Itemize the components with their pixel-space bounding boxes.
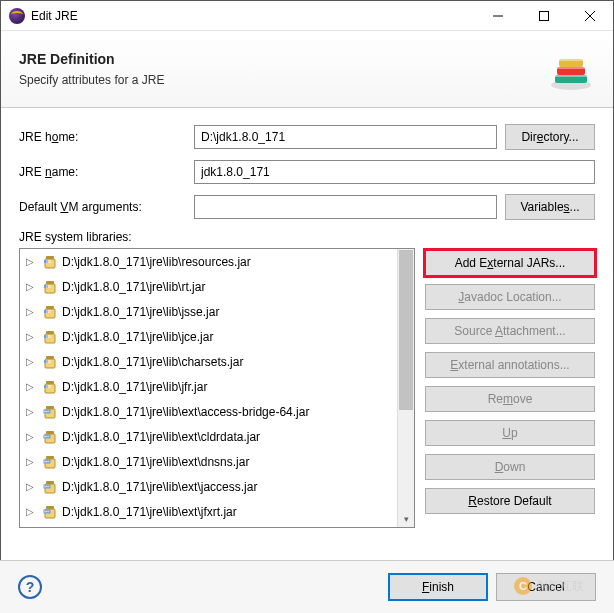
default-vm-input[interactable]: [194, 195, 497, 219]
expand-icon[interactable]: ▷: [26, 506, 38, 517]
directory-button[interactable]: Directory...: [505, 124, 595, 150]
tree-item[interactable]: ▷010D:\jdk1.8.0_171\jre\lib\jsse.jar: [20, 299, 397, 324]
expand-icon[interactable]: ▷: [26, 456, 38, 467]
header-title: JRE Definition: [19, 51, 547, 67]
dialog-header: JRE Definition Specify attributes for a …: [1, 31, 613, 108]
svg-text:010: 010: [46, 334, 51, 338]
up-button[interactable]: Up: [425, 420, 595, 446]
tree-item-label: D:\jdk1.8.0_171\jre\lib\rt.jar: [62, 280, 205, 294]
tree-item[interactable]: ▷010D:\jdk1.8.0_171\jre\lib\ext\dnsns.ja…: [20, 449, 397, 474]
add-external-jars-button[interactable]: Add External JARs...: [425, 250, 595, 276]
system-libraries-label: JRE system libraries:: [19, 230, 595, 244]
jar-icon: 010: [42, 304, 58, 320]
jar-icon: 010: [42, 254, 58, 270]
tree-item-label: D:\jdk1.8.0_171\jre\lib\jce.jar: [62, 330, 213, 344]
external-annotations-button[interactable]: External annotations...: [425, 352, 595, 378]
form-area: JRE home: Directory... JRE name: Default…: [1, 108, 613, 536]
expand-icon[interactable]: ▷: [26, 381, 38, 392]
jar-icon: 010: [42, 479, 58, 495]
finish-button[interactable]: Finish: [388, 573, 488, 601]
scrollbar-thumb[interactable]: [399, 250, 413, 410]
expand-icon[interactable]: ▷: [26, 481, 38, 492]
cancel-button[interactable]: Cancel: [496, 573, 596, 601]
source-attachment-button[interactable]: Source Attachment...: [425, 318, 595, 344]
tree-item[interactable]: ▷010D:\jdk1.8.0_171\jre\lib\ext\localeda…: [20, 524, 397, 527]
tree-item[interactable]: ▷010D:\jdk1.8.0_171\jre\lib\ext\jaccess.…: [20, 474, 397, 499]
jre-home-input[interactable]: [194, 125, 497, 149]
svg-text:010: 010: [45, 459, 50, 463]
jar-icon: 010: [42, 379, 58, 395]
jar-icon: 010: [42, 404, 58, 420]
default-vm-label: Default VM arguments:: [19, 200, 194, 214]
svg-rect-7: [559, 59, 583, 61]
tree-item-label: D:\jdk1.8.0_171\jre\lib\resources.jar: [62, 255, 251, 269]
tree-item-label: D:\jdk1.8.0_171\jre\lib\ext\jaccess.jar: [62, 480, 257, 494]
close-button[interactable]: [567, 1, 613, 31]
tree-item[interactable]: ▷010D:\jdk1.8.0_171\jre\lib\jfr.jar: [20, 374, 397, 399]
expand-icon[interactable]: ▷: [26, 256, 38, 267]
svg-text:010: 010: [46, 384, 51, 388]
svg-text:010: 010: [45, 409, 50, 413]
tree-item-label: D:\jdk1.8.0_171\jre\lib\jfr.jar: [62, 380, 207, 394]
jar-icon: 010: [42, 504, 58, 520]
header-subtitle: Specify attributes for a JRE: [19, 73, 547, 87]
svg-rect-5: [555, 75, 587, 77]
restore-default-button[interactable]: Restore Default: [425, 488, 595, 514]
window-controls: [475, 1, 613, 31]
tree-item[interactable]: ▷010D:\jdk1.8.0_171\jre\lib\charsets.jar: [20, 349, 397, 374]
maximize-button[interactable]: [521, 1, 567, 31]
jar-icon: 010: [42, 329, 58, 345]
titlebar: Edit JRE: [1, 1, 613, 31]
tree-item-label: D:\jdk1.8.0_171\jre\lib\ext\jfxrt.jar: [62, 505, 237, 519]
down-button[interactable]: Down: [425, 454, 595, 480]
tree-item-label: D:\jdk1.8.0_171\jre\lib\charsets.jar: [62, 355, 243, 369]
window-title: Edit JRE: [31, 9, 475, 23]
minimize-button[interactable]: [475, 1, 521, 31]
jar-icon: 010: [42, 429, 58, 445]
tree-item-label: D:\jdk1.8.0_171\jre\lib\jsse.jar: [62, 305, 219, 319]
svg-rect-0: [540, 11, 549, 20]
expand-icon[interactable]: ▷: [26, 431, 38, 442]
jar-icon: 010: [42, 454, 58, 470]
expand-icon[interactable]: ▷: [26, 406, 38, 417]
dialog-footer: ? Finish Cancel C创新互联: [0, 560, 614, 613]
tree-item[interactable]: ▷010D:\jdk1.8.0_171\jre\lib\ext\cldrdata…: [20, 424, 397, 449]
remove-button[interactable]: Remove: [425, 386, 595, 412]
expand-icon[interactable]: ▷: [26, 306, 38, 317]
svg-text:010: 010: [46, 309, 51, 313]
javadoc-location-button[interactable]: Javadoc Location...: [425, 284, 595, 310]
svg-rect-6: [557, 67, 585, 69]
jar-icon: 010: [42, 279, 58, 295]
scroll-down-icon[interactable]: ▾: [398, 510, 414, 527]
tree-item-label: D:\jdk1.8.0_171\jre\lib\ext\access-bridg…: [62, 405, 309, 419]
jre-name-label: JRE name:: [19, 165, 194, 179]
svg-text:010: 010: [46, 359, 51, 363]
expand-icon[interactable]: ▷: [26, 356, 38, 367]
variables-button[interactable]: Variables...: [505, 194, 595, 220]
tree-item-label: D:\jdk1.8.0_171\jre\lib\ext\dnsns.jar: [62, 455, 249, 469]
system-libraries-tree[interactable]: ▷010D:\jdk1.8.0_171\jre\lib\resources.ja…: [19, 248, 415, 528]
help-icon[interactable]: ?: [18, 575, 42, 599]
jar-icon: 010: [42, 354, 58, 370]
svg-text:010: 010: [46, 259, 51, 263]
expand-icon[interactable]: ▷: [26, 281, 38, 292]
jre-name-input[interactable]: [194, 160, 595, 184]
tree-item[interactable]: ▷010D:\jdk1.8.0_171\jre\lib\resources.ja…: [20, 249, 397, 274]
svg-text:010: 010: [46, 284, 51, 288]
library-books-icon: [547, 45, 595, 93]
eclipse-icon: [9, 8, 25, 24]
svg-text:010: 010: [45, 484, 50, 488]
tree-scrollbar[interactable]: ▾: [397, 249, 414, 527]
tree-item-label: D:\jdk1.8.0_171\jre\lib\ext\cldrdata.jar: [62, 430, 260, 444]
tree-item[interactable]: ▷010D:\jdk1.8.0_171\jre\lib\ext\access-b…: [20, 399, 397, 424]
tree-item[interactable]: ▷010D:\jdk1.8.0_171\jre\lib\rt.jar: [20, 274, 397, 299]
svg-text:010: 010: [45, 434, 50, 438]
svg-text:010: 010: [45, 509, 50, 513]
tree-item[interactable]: ▷010D:\jdk1.8.0_171\jre\lib\ext\jfxrt.ja…: [20, 499, 397, 524]
tree-item[interactable]: ▷010D:\jdk1.8.0_171\jre\lib\jce.jar: [20, 324, 397, 349]
jre-home-label: JRE home:: [19, 130, 194, 144]
expand-icon[interactable]: ▷: [26, 331, 38, 342]
